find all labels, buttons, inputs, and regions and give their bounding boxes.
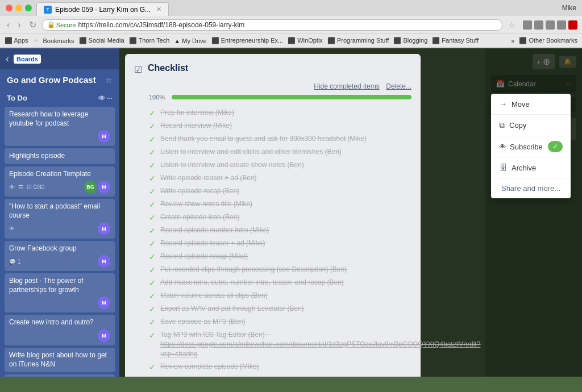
address-bar[interactable]: 🔒 Secure https://trello.com/c/vJSimsdf/1…	[42, 19, 502, 31]
toggle-check-icon: ✓	[552, 143, 558, 151]
checklist-item-12: ✓ Record episode recap (Mike)	[149, 250, 411, 263]
sidebar-back-button[interactable]: ‹	[6, 53, 9, 65]
bookmark-other[interactable]: ⬛ Other Bookmarks	[519, 37, 577, 44]
sidebar: ‹ Boards Go and Grow Podcast ☆ To Do 👁 ·…	[0, 48, 119, 377]
extension-icon-3[interactable]	[546, 20, 555, 30]
archive-action[interactable]: 🗄 Archive	[491, 157, 571, 178]
bookmark-social[interactable]: ⬛ Social Media	[79, 37, 124, 44]
item-text-6: Write episode teaser + ad (Ben)	[160, 173, 257, 183]
checklist-item-14: ✓ Add music intro, outro, number intro, …	[149, 276, 411, 289]
extension-icon-1[interactable]	[523, 20, 532, 30]
card-episode-template[interactable]: Episode Creation Template 👁 ☰ ☑ 0/30 BG …	[5, 166, 115, 197]
bookmark-apps[interactable]: ⬛ Apps	[5, 37, 28, 44]
bookmark-winoptix[interactable]: ⬛ WinOptix	[288, 37, 323, 44]
title-bar: T Episode 059 - Larry Kim on G... ✕ Mike	[0, 0, 582, 16]
item-text-10: Record episode number intro (Mike)	[160, 226, 269, 235]
move-action[interactable]: → Move	[491, 94, 571, 115]
bookmark-thorn[interactable]: ⬛ Thorn Tech	[129, 37, 170, 44]
to-do-menu-icon[interactable]: 👁 ···	[98, 94, 113, 102]
modal-overlay[interactable]: ☑ Checklist Hide completed items Delete.…	[119, 48, 582, 377]
card-email-course[interactable]: "How to start a podcast" email course 👁 …	[5, 199, 115, 238]
progress-fill	[172, 95, 411, 99]
item-text-15: Match volume across all clips (Ben)	[160, 291, 268, 301]
checklist-item-20: ✓ Load WAV into Audition and do this: Am…	[149, 373, 411, 377]
extension-icon-4[interactable]	[557, 20, 566, 30]
browser-tab[interactable]: T Episode 059 - Larry Kim on G... ✕	[36, 2, 169, 16]
item-link[interactable]: https://docs.google.com/a/mikewchan.com/…	[160, 340, 480, 358]
eye-icon-2: 👁	[9, 226, 15, 232]
bookmark-fantasy[interactable]: ⬛ Fantasy Stuff	[432, 37, 479, 44]
copy-action[interactable]: ⧉ Copy	[491, 115, 571, 136]
check-done-icon-16: ✓	[149, 305, 156, 314]
sidebar-header: ‹ Boards	[0, 48, 119, 69]
card-facebook-avatar: M	[98, 255, 110, 268]
maximize-button[interactable]	[25, 5, 32, 11]
check-done-icon: ✓	[149, 109, 156, 118]
bookmark-bookmarks[interactable]: Bookmarks	[43, 37, 74, 44]
card-facebook[interactable]: Grow Facebook group 💬 1 M	[5, 241, 115, 272]
card-highlights[interactable]: Highlights episode	[5, 148, 115, 164]
modal-header: ☑ Checklist	[134, 63, 411, 75]
item-text-7: Write episode recap (Ben)	[160, 186, 239, 196]
bookmark-programming[interactable]: ⬛ Programming Stuff	[327, 37, 389, 44]
item-text-12: Record episode recap (Mike)	[160, 252, 248, 261]
card-create-check[interactable]: Create check about how to think of...	[5, 374, 115, 377]
item-text-18: Tag MP3 with ID3 Tag Editor (Ben) –https…	[160, 330, 480, 358]
avatar-m: M	[98, 181, 110, 193]
checklist-item-4: ✓ Listen to interview and edit clicks an…	[149, 145, 411, 159]
check-done-icon-11: ✓	[149, 239, 156, 248]
card-itunes[interactable]: Write blog post about how to get on iTun…	[5, 348, 115, 372]
check-done-icon-2: ✓	[149, 122, 156, 131]
bookmarks-bar: ⬛ Apps ★ Bookmarks ⬛ Social Media ⬛ Thor…	[0, 34, 582, 48]
back-button[interactable]: ‹	[5, 19, 12, 31]
item-text-2: Record interview (Mike)	[160, 121, 232, 131]
check-done-icon-19: ✓	[149, 362, 156, 372]
extension-icon-reddit[interactable]	[568, 20, 577, 30]
copy-label: Copy	[509, 121, 526, 130]
minimize-button[interactable]	[15, 5, 22, 11]
refresh-button[interactable]: ↻	[27, 18, 39, 31]
check-done-icon-9: ✓	[149, 213, 156, 222]
card-email-course-text: "How to start a podcast" email course	[9, 202, 110, 220]
board-star-icon[interactable]: ☆	[105, 76, 113, 85]
close-button[interactable]	[6, 5, 13, 11]
checklist-item-5: ✓ Listen to interview and create show no…	[149, 159, 411, 172]
tab-favicon: T	[44, 6, 52, 14]
url-text: https://trello.com/c/vJSimsdf/188-episod…	[78, 21, 245, 29]
card-youtube[interactable]: Research how to leverage youtube for pod…	[5, 107, 115, 146]
check-done-icon-6: ✓	[149, 174, 156, 183]
progress-track	[172, 95, 411, 99]
item-text-17: Save episode as MP3 (Ben)	[160, 317, 245, 327]
card-intro-outro[interactable]: Create new intro and outro? M	[5, 315, 115, 345]
archive-label: Archive	[512, 164, 536, 172]
subscribe-toggle[interactable]: ✓	[548, 141, 563, 152]
check-done-icon-18: ✓	[149, 331, 156, 340]
hide-completed-button[interactable]: Hide completed items	[314, 82, 379, 90]
check-done-icon-20: ✓	[149, 376, 156, 377]
to-do-header: To Do 👁 ···	[0, 90, 119, 105]
item-text-13: Put recorded clips through processing (s…	[160, 265, 347, 274]
list-icon: ☰	[18, 184, 23, 190]
board-title: Go and Grow Podcast	[7, 75, 96, 85]
checklist-item-8: ✓ Review show notes title (Mike)	[149, 198, 411, 211]
bookmark-blogging[interactable]: ⬛ Blogging	[393, 37, 427, 44]
avatar-bg: BG	[84, 181, 97, 193]
progress-percentage: 100%	[149, 94, 167, 101]
nav-bar: ‹ › ↻ 🔒 Secure https://trello.com/c/vJSi…	[0, 16, 582, 34]
card-intro-outro-text: Create new intro and outro?	[9, 318, 110, 327]
delete-checklist-button[interactable]: Delete...	[386, 82, 411, 90]
share-more-button[interactable]: Share and more...	[491, 178, 571, 198]
item-text-9: Create episode icon (Ben)	[160, 212, 239, 222]
forward-button[interactable]: ›	[15, 19, 23, 31]
bookmark-drive[interactable]: ▲ My Drive	[174, 37, 206, 44]
main-content: ☑ Checklist Hide completed items Delete.…	[119, 48, 582, 377]
bookmark-star[interactable]: ☆	[508, 20, 517, 30]
to-do-section: To Do 👁 ··· Research how to leverage you…	[0, 90, 119, 377]
bookmark-entrepreneurship[interactable]: ⬛ Entrepreneurship Ex...	[211, 37, 284, 44]
modal-title: Checklist	[148, 63, 188, 73]
extension-icon-2[interactable]	[534, 20, 543, 30]
tab-close-button[interactable]: ✕	[156, 6, 161, 13]
card-blog-partnerships[interactable]: Blog post - The power of partnerships fo…	[5, 273, 115, 312]
item-text-8: Review show notes title (Mike)	[160, 199, 252, 209]
card-intro-avatar: M	[98, 330, 110, 342]
